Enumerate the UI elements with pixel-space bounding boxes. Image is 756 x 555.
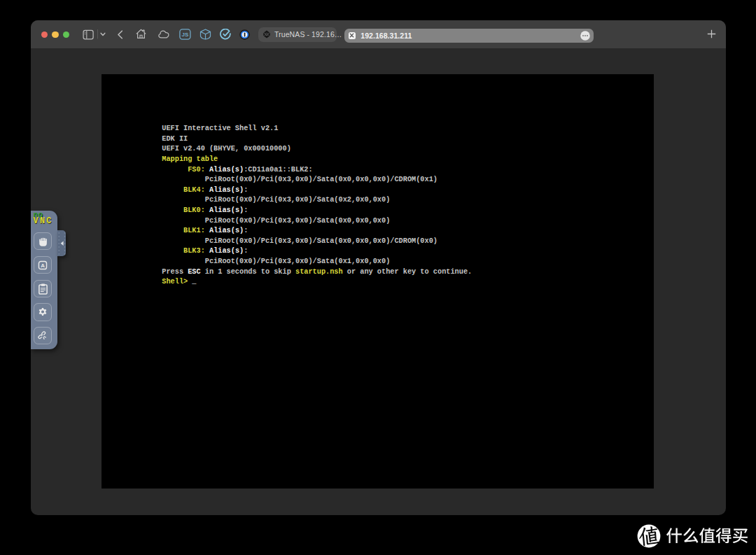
svg-text:A: A bbox=[41, 262, 45, 269]
svg-text:JS: JS bbox=[182, 31, 189, 38]
